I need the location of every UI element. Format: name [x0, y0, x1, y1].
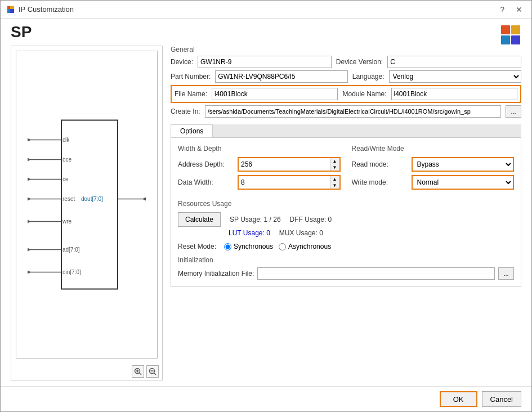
zoom-out-icon [149, 368, 157, 375]
write-mode-select[interactable]: Normal Read-Before-Write Write-Through [413, 176, 513, 189]
bottom-bar: OK Cancel [1, 386, 531, 411]
asynchronous-radio[interactable] [279, 243, 286, 250]
reset-mode-label: Reset Mode: [178, 243, 216, 250]
zoom-in-button[interactable] [132, 365, 144, 378]
window-icon [6, 5, 15, 14]
create-in-label: Create In: [171, 108, 200, 115]
svg-marker-22 [28, 220, 31, 223]
svg-marker-13 [28, 158, 31, 162]
title-bar-left: IP Customization [6, 5, 74, 14]
cancel-button[interactable]: Cancel [482, 391, 521, 407]
create-in-browse-button[interactable]: ... [506, 105, 521, 118]
calculate-button[interactable]: Calculate [178, 212, 221, 227]
options-content: Width & Depth Address Depth: ▲ ▼ [171, 137, 521, 287]
device-row: Device: Device Version: [171, 56, 521, 68]
svg-rect-2 [7, 9, 10, 13]
header-icon [500, 24, 521, 46]
options-tab[interactable]: Options [171, 124, 213, 137]
width-depth-title: Width & Depth [178, 145, 341, 153]
address-depth-spinners: ▲ ▼ [330, 158, 339, 171]
svg-text:clk: clk [62, 137, 70, 143]
svg-marker-10 [28, 138, 31, 142]
mux-usage: MUX Usage: 0 [279, 229, 323, 237]
settings-panel: General Device: Device Version: Part Num… [171, 46, 521, 380]
module-name-input[interactable] [391, 88, 517, 100]
schematic-svg: clk oce ce reset wre [16, 51, 157, 358]
language-label: Language: [352, 73, 385, 80]
read-mode-wrap: Bypass Normal Pipeline [412, 157, 515, 172]
read-mode-label: Read mode: [352, 160, 408, 168]
device-label: Device: [171, 58, 193, 66]
memory-init-label: Memory Initialization File: [178, 270, 254, 277]
svg-line-34 [140, 373, 142, 375]
ok-button[interactable]: OK [440, 391, 477, 407]
close-button[interactable]: ✕ [512, 4, 526, 15]
svg-marker-19 [28, 198, 31, 201]
zoom-out-button[interactable] [146, 365, 159, 378]
synchronous-label: Synchronous [234, 243, 273, 250]
address-depth-input[interactable] [239, 158, 330, 171]
title-bar: IP Customization ? ✕ [1, 1, 531, 19]
svg-text:din[7:0]: din[7:0] [62, 269, 81, 275]
resources-section: Resources Usage Calculate SP Usage: 1 / … [178, 200, 514, 237]
data-width-label: Data Width: [178, 178, 234, 186]
main-body: clk oce ce reset wre [1, 46, 531, 386]
schematic-panel: clk oce ce reset wre [11, 46, 163, 380]
resources-title: Resources Usage [178, 200, 514, 208]
two-col-options: Width & Depth Address Depth: ▲ ▼ [178, 145, 514, 193]
title-bar-buttons: ? ✕ [497, 4, 526, 15]
main-window: IP Customization ? ✕ SP [0, 0, 532, 412]
asynchronous-label: Asynchronous [288, 243, 331, 250]
write-mode-row: Write mode: Normal Read-Before-Write Wri… [352, 175, 515, 190]
svg-rect-1 [10, 9, 14, 13]
part-number-row: Part Number: Language: Verilog VHDL [171, 70, 521, 83]
create-in-row: Create In: ... [171, 105, 521, 118]
sp-usage: SP Usage: 1 / 26 [230, 216, 281, 223]
svg-marker-25 [28, 248, 31, 252]
data-width-up-button[interactable]: ▲ [330, 176, 339, 182]
svg-text:oce: oce [62, 156, 72, 163]
resources-row-1: Calculate SP Usage: 1 / 26 DFF Usage: 0 [178, 212, 514, 227]
address-depth-up-button[interactable]: ▲ [330, 158, 339, 164]
zoom-in-icon [134, 368, 142, 375]
address-depth-down-button[interactable]: ▼ [330, 164, 339, 171]
asynchronous-option[interactable]: Asynchronous [279, 243, 331, 250]
address-depth-wrap: ▲ ▼ [238, 157, 341, 172]
svg-rect-3 [10, 6, 14, 9]
general-section-label: General [171, 46, 521, 53]
device-version-label: Device Version: [336, 58, 383, 66]
address-depth-label: Address Depth: [178, 160, 234, 168]
memory-init-input[interactable] [257, 267, 495, 280]
file-name-input[interactable] [212, 88, 338, 100]
reset-mode-section: Reset Mode: Synchronous Asynchronous [178, 243, 514, 250]
write-mode-label: Write mode: [352, 178, 408, 186]
data-width-down-button[interactable]: ▼ [330, 182, 339, 189]
synchronous-radio[interactable] [224, 243, 231, 250]
help-button[interactable]: ? [497, 4, 508, 15]
svg-marker-31 [142, 198, 146, 201]
initialization-section: Initialization Memory Initialization Fil… [178, 256, 514, 280]
module-name-label: Module Name: [342, 90, 386, 98]
address-depth-row: Address Depth: ▲ ▼ [178, 157, 341, 172]
synchronous-option[interactable]: Synchronous [224, 243, 273, 250]
device-version-input[interactable] [387, 56, 521, 68]
read-mode-row: Read mode: Bypass Normal Pipeline [352, 157, 515, 172]
main-header: SP [1, 19, 531, 46]
create-in-input[interactable] [205, 105, 501, 118]
data-width-input[interactable] [239, 176, 330, 189]
read-mode-select[interactable]: Bypass Normal Pipeline [413, 158, 513, 171]
part-number-label: Part Number: [171, 73, 211, 80]
init-browse-button[interactable]: ... [498, 267, 514, 280]
part-number-input[interactable] [215, 70, 347, 83]
device-input[interactable] [198, 56, 332, 68]
dff-usage: DFF Usage: 0 [290, 216, 332, 223]
svg-marker-28 [28, 271, 31, 274]
initialization-title: Initialization [178, 256, 514, 264]
svg-text:ce: ce [62, 176, 69, 182]
read-write-group: Read/Write Mode Read mode: Bypass Normal… [352, 145, 515, 193]
data-width-wrap: ▲ ▼ [238, 175, 341, 190]
page-title: SP [11, 24, 32, 40]
language-select[interactable]: Verilog VHDL [389, 70, 521, 83]
write-mode-wrap: Normal Read-Before-Write Write-Through [412, 175, 515, 190]
schematic-canvas: clk oce ce reset wre [16, 51, 158, 359]
